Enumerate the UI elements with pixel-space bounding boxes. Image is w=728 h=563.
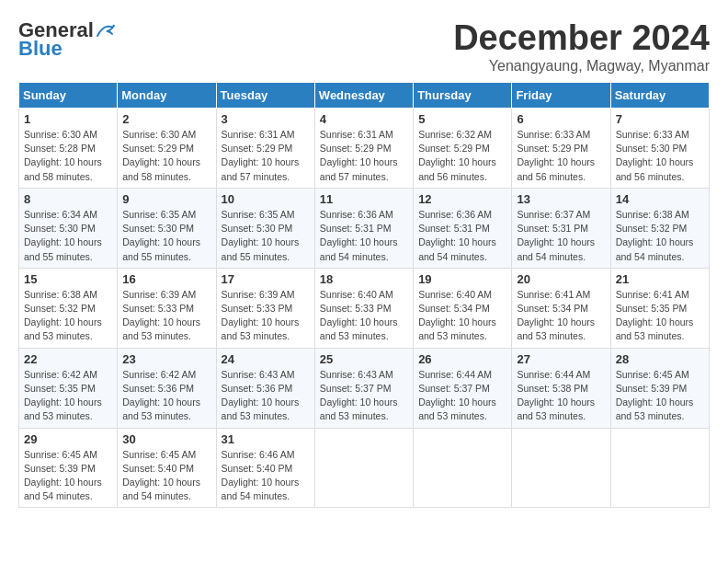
day-info: Sunrise: 6:30 AM Sunset: 5:29 PM Dayligh…	[122, 128, 210, 184]
day-info: Sunrise: 6:44 AM Sunset: 5:37 PM Dayligh…	[418, 368, 506, 424]
day-number: 6	[517, 112, 605, 126]
day-number: 3	[222, 112, 310, 126]
day-number: 2	[122, 112, 210, 126]
page-header: General Blue December 2024 Yenangyaung, …	[18, 18, 710, 75]
day-number: 12	[418, 192, 506, 206]
day-info: Sunrise: 6:42 AM Sunset: 5:36 PM Dayligh…	[122, 368, 210, 424]
calendar-cell: 20 Sunrise: 6:41 AM Sunset: 5:34 PM Dayl…	[512, 268, 610, 348]
day-number: 27	[517, 352, 605, 366]
weekday-header-sunday: Sunday	[19, 83, 118, 109]
calendar-cell: 13 Sunrise: 6:37 AM Sunset: 5:31 PM Dayl…	[512, 188, 610, 268]
calendar-cell: 9 Sunrise: 6:35 AM Sunset: 5:30 PM Dayli…	[118, 188, 216, 268]
calendar-cell	[314, 428, 413, 508]
calendar-cell: 14 Sunrise: 6:38 AM Sunset: 5:32 PM Dayl…	[610, 188, 709, 268]
calendar-cell: 3 Sunrise: 6:31 AM Sunset: 5:29 PM Dayli…	[216, 109, 314, 189]
day-info: Sunrise: 6:36 AM Sunset: 5:31 PM Dayligh…	[320, 208, 408, 264]
week-row-3: 15 Sunrise: 6:38 AM Sunset: 5:32 PM Dayl…	[19, 268, 710, 348]
calendar-cell: 29 Sunrise: 6:45 AM Sunset: 5:39 PM Dayl…	[19, 428, 118, 508]
week-row-5: 29 Sunrise: 6:45 AM Sunset: 5:39 PM Dayl…	[19, 428, 710, 508]
logo-bird-icon	[96, 23, 116, 38]
day-number: 9	[122, 192, 210, 206]
weekday-header-wednesday: Wednesday	[314, 83, 413, 109]
calendar-table: SundayMondayTuesdayWednesdayThursdayFrid…	[18, 82, 710, 508]
day-number: 19	[418, 272, 506, 286]
day-info: Sunrise: 6:31 AM Sunset: 5:29 PM Dayligh…	[320, 128, 408, 184]
calendar-cell: 11 Sunrise: 6:36 AM Sunset: 5:31 PM Dayl…	[314, 188, 413, 268]
day-info: Sunrise: 6:40 AM Sunset: 5:34 PM Dayligh…	[418, 288, 506, 344]
week-row-2: 8 Sunrise: 6:34 AM Sunset: 5:30 PM Dayli…	[19, 188, 710, 268]
day-info: Sunrise: 6:44 AM Sunset: 5:38 PM Dayligh…	[517, 368, 605, 424]
day-info: Sunrise: 6:31 AM Sunset: 5:29 PM Dayligh…	[222, 128, 310, 184]
day-number: 16	[122, 272, 210, 286]
day-info: Sunrise: 6:38 AM Sunset: 5:32 PM Dayligh…	[616, 208, 704, 264]
day-info: Sunrise: 6:32 AM Sunset: 5:29 PM Dayligh…	[418, 128, 506, 184]
week-row-4: 22 Sunrise: 6:42 AM Sunset: 5:35 PM Dayl…	[19, 348, 710, 428]
day-number: 21	[616, 272, 704, 286]
calendar-cell: 26 Sunrise: 6:44 AM Sunset: 5:37 PM Dayl…	[414, 348, 512, 428]
day-info: Sunrise: 6:45 AM Sunset: 5:40 PM Dayligh…	[122, 448, 210, 504]
day-number: 30	[122, 432, 210, 446]
weekday-header-tuesday: Tuesday	[216, 83, 314, 109]
week-row-1: 1 Sunrise: 6:30 AM Sunset: 5:28 PM Dayli…	[19, 109, 710, 189]
day-info: Sunrise: 6:30 AM Sunset: 5:28 PM Dayligh…	[24, 128, 112, 184]
calendar-cell: 17 Sunrise: 6:39 AM Sunset: 5:33 PM Dayl…	[216, 268, 314, 348]
day-info: Sunrise: 6:43 AM Sunset: 5:37 PM Dayligh…	[320, 368, 408, 424]
day-number: 31	[222, 432, 310, 446]
calendar-cell: 6 Sunrise: 6:33 AM Sunset: 5:29 PM Dayli…	[512, 109, 610, 189]
day-number: 26	[418, 352, 506, 366]
day-number: 29	[24, 432, 112, 446]
day-number: 17	[222, 272, 310, 286]
calendar-cell	[610, 428, 709, 508]
day-info: Sunrise: 6:45 AM Sunset: 5:39 PM Dayligh…	[616, 368, 704, 424]
day-number: 25	[320, 352, 408, 366]
day-info: Sunrise: 6:33 AM Sunset: 5:29 PM Dayligh…	[517, 128, 605, 184]
day-number: 1	[24, 112, 112, 126]
calendar-cell: 5 Sunrise: 6:32 AM Sunset: 5:29 PM Dayli…	[414, 109, 512, 189]
calendar-cell: 25 Sunrise: 6:43 AM Sunset: 5:37 PM Dayl…	[314, 348, 413, 428]
calendar-cell: 8 Sunrise: 6:34 AM Sunset: 5:30 PM Dayli…	[19, 188, 118, 268]
day-info: Sunrise: 6:42 AM Sunset: 5:35 PM Dayligh…	[24, 368, 112, 424]
day-info: Sunrise: 6:46 AM Sunset: 5:40 PM Dayligh…	[222, 448, 310, 504]
weekday-header-row: SundayMondayTuesdayWednesdayThursdayFrid…	[19, 83, 710, 109]
location-subtitle: Yenangyaung, Magway, Myanmar	[453, 58, 710, 75]
calendar-cell: 15 Sunrise: 6:38 AM Sunset: 5:32 PM Dayl…	[19, 268, 118, 348]
day-number: 14	[616, 192, 704, 206]
day-info: Sunrise: 6:37 AM Sunset: 5:31 PM Dayligh…	[517, 208, 605, 264]
day-info: Sunrise: 6:43 AM Sunset: 5:36 PM Dayligh…	[222, 368, 310, 424]
calendar-cell: 16 Sunrise: 6:39 AM Sunset: 5:33 PM Dayl…	[118, 268, 216, 348]
day-info: Sunrise: 6:35 AM Sunset: 5:30 PM Dayligh…	[222, 208, 310, 264]
day-number: 5	[418, 112, 506, 126]
day-number: 28	[616, 352, 704, 366]
weekday-header-thursday: Thursday	[414, 83, 512, 109]
calendar-cell: 10 Sunrise: 6:35 AM Sunset: 5:30 PM Dayl…	[216, 188, 314, 268]
day-number: 10	[222, 192, 310, 206]
day-number: 18	[320, 272, 408, 286]
calendar-cell: 24 Sunrise: 6:43 AM Sunset: 5:36 PM Dayl…	[216, 348, 314, 428]
calendar-cell: 18 Sunrise: 6:40 AM Sunset: 5:33 PM Dayl…	[314, 268, 413, 348]
day-number: 8	[24, 192, 112, 206]
calendar-cell: 21 Sunrise: 6:41 AM Sunset: 5:35 PM Dayl…	[610, 268, 709, 348]
calendar-cell: 28 Sunrise: 6:45 AM Sunset: 5:39 PM Dayl…	[610, 348, 709, 428]
day-number: 13	[517, 192, 605, 206]
day-info: Sunrise: 6:40 AM Sunset: 5:33 PM Dayligh…	[320, 288, 408, 344]
calendar-cell: 31 Sunrise: 6:46 AM Sunset: 5:40 PM Dayl…	[216, 428, 314, 508]
logo: General Blue	[18, 18, 116, 61]
day-number: 11	[320, 192, 408, 206]
day-info: Sunrise: 6:34 AM Sunset: 5:30 PM Dayligh…	[24, 208, 112, 264]
calendar-cell: 19 Sunrise: 6:40 AM Sunset: 5:34 PM Dayl…	[414, 268, 512, 348]
day-info: Sunrise: 6:39 AM Sunset: 5:33 PM Dayligh…	[222, 288, 310, 344]
weekday-header-friday: Friday	[512, 83, 610, 109]
day-info: Sunrise: 6:33 AM Sunset: 5:30 PM Dayligh…	[616, 128, 704, 184]
calendar-cell: 2 Sunrise: 6:30 AM Sunset: 5:29 PM Dayli…	[118, 109, 216, 189]
calendar-cell: 23 Sunrise: 6:42 AM Sunset: 5:36 PM Dayl…	[118, 348, 216, 428]
day-number: 7	[616, 112, 704, 126]
day-info: Sunrise: 6:41 AM Sunset: 5:34 PM Dayligh…	[517, 288, 605, 344]
day-info: Sunrise: 6:35 AM Sunset: 5:30 PM Dayligh…	[122, 208, 210, 264]
month-title: December 2024	[453, 18, 710, 58]
calendar-cell: 27 Sunrise: 6:44 AM Sunset: 5:38 PM Dayl…	[512, 348, 610, 428]
day-number: 24	[222, 352, 310, 366]
calendar-cell: 12 Sunrise: 6:36 AM Sunset: 5:31 PM Dayl…	[414, 188, 512, 268]
calendar-cell: 4 Sunrise: 6:31 AM Sunset: 5:29 PM Dayli…	[314, 109, 413, 189]
calendar-cell: 7 Sunrise: 6:33 AM Sunset: 5:30 PM Dayli…	[610, 109, 709, 189]
logo-blue: Blue	[18, 37, 63, 61]
